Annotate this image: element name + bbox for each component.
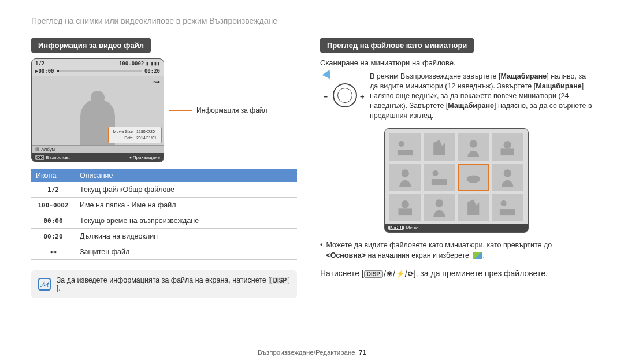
battery-icon: ▮▮▮ bbox=[151, 61, 160, 66]
disp-button: DISP bbox=[364, 270, 383, 278]
svg-point-11 bbox=[402, 200, 409, 208]
macro-icon: ❀ bbox=[387, 270, 392, 278]
thumbnail bbox=[424, 164, 455, 191]
thumbnail bbox=[458, 194, 489, 221]
progress-track bbox=[57, 70, 142, 72]
plus-icon: + bbox=[360, 92, 365, 101]
time-current: 00:00 bbox=[38, 68, 54, 74]
svg-rect-14 bbox=[500, 209, 515, 215]
svg-point-9 bbox=[504, 170, 511, 177]
video-player-mock: 1/2 100-0002 ▮ ▮▮▮ ▶ 00:00 00:20 ⊶ bbox=[31, 58, 164, 162]
svg-rect-10 bbox=[399, 209, 412, 216]
sd-icon: ▮ bbox=[146, 61, 148, 66]
section-header-video-info: Информация за видео файл bbox=[31, 38, 151, 53]
disp-button: DISP bbox=[270, 277, 289, 284]
svg-point-2 bbox=[470, 140, 477, 147]
thumbnail bbox=[458, 133, 489, 161]
thumbnail-selected bbox=[458, 164, 489, 191]
thumbnail bbox=[389, 164, 421, 191]
minus-icon: − bbox=[324, 92, 328, 101]
thumbnail bbox=[492, 194, 523, 221]
callout-label: Информация за файл bbox=[196, 106, 268, 114]
time-total: 00:20 bbox=[144, 68, 160, 74]
thumbnail bbox=[389, 133, 421, 161]
lock-icon: ⊶ bbox=[31, 244, 75, 260]
bullet-notes: • Можете да видите файловете като миниат… bbox=[320, 240, 593, 261]
thumbnail bbox=[389, 194, 421, 221]
svg-point-5 bbox=[402, 170, 409, 177]
navigation-instruction: Натиснете [ DISP/ ❀/ ⚡/ ⟳ ], за да преми… bbox=[320, 269, 593, 278]
thumbnail bbox=[424, 194, 455, 221]
album-label: Албум bbox=[41, 147, 55, 152]
page-footer: Възпроизвеждане/Редактиране 71 bbox=[0, 349, 624, 356]
th-icon: Икона bbox=[31, 169, 75, 182]
note-box: 𝓜 За да изведете информацията за файла н… bbox=[31, 270, 297, 298]
ok-button-label: OK bbox=[35, 155, 44, 160]
player-counter: 1/2 bbox=[35, 61, 44, 66]
table-row: ⊶Защитен файл bbox=[31, 244, 297, 260]
table-row: 00:00Текущо време на възпроизвеждане bbox=[31, 213, 297, 229]
menu-button: MENU bbox=[388, 226, 404, 230]
lock-icon: ⊶ bbox=[153, 78, 160, 86]
svg-point-12 bbox=[436, 200, 443, 207]
svg-rect-1 bbox=[398, 150, 413, 155]
thumbnail bbox=[424, 133, 455, 161]
table-row: 100-0002Име на папка - Име на файл bbox=[31, 198, 297, 213]
th-desc: Описание bbox=[75, 169, 297, 182]
table-row: 1/2Текущ файл/Общо файлове bbox=[31, 182, 297, 198]
gallery-icon bbox=[473, 252, 482, 259]
section-header-thumbnails: Преглед на файлове като миниатюри bbox=[320, 38, 474, 53]
thumbnail bbox=[492, 164, 523, 191]
table-row: 00:20Дължина на видеоклип bbox=[31, 229, 297, 244]
page-title: Преглед на снимки или видеоклипове в реж… bbox=[31, 16, 593, 25]
note-icon: 𝓜 bbox=[38, 278, 51, 291]
svg-rect-7 bbox=[432, 179, 447, 185]
thumbnail bbox=[492, 133, 523, 161]
icon-description-table: Икона Описание 1/2Текущ файл/Общо файлов… bbox=[31, 169, 297, 260]
zoom-instruction-text: В режим Възпроизвеждане завъртете [Мащаб… bbox=[370, 72, 593, 120]
svg-point-13 bbox=[501, 200, 507, 206]
svg-point-4 bbox=[504, 141, 511, 148]
file-code: 100-0002 bbox=[119, 61, 144, 66]
svg-rect-3 bbox=[501, 148, 514, 155]
callout-line bbox=[169, 110, 192, 111]
thumbnail-panel: MENU Меню bbox=[384, 128, 529, 232]
sub-text: Сканиране на миниатюри на файлове. bbox=[320, 58, 593, 67]
zoom-dial-graphic: − + bbox=[320, 72, 363, 109]
menu-label: Меню bbox=[406, 225, 419, 231]
svg-point-0 bbox=[399, 141, 404, 147]
timer-icon: ⟳ bbox=[408, 270, 414, 278]
svg-point-8 bbox=[467, 176, 480, 183]
svg-point-6 bbox=[433, 170, 439, 176]
flash-icon: ⚡ bbox=[396, 270, 404, 278]
file-info-overlay: Movie Size1280X720 Date2014/01/01 bbox=[108, 127, 162, 143]
